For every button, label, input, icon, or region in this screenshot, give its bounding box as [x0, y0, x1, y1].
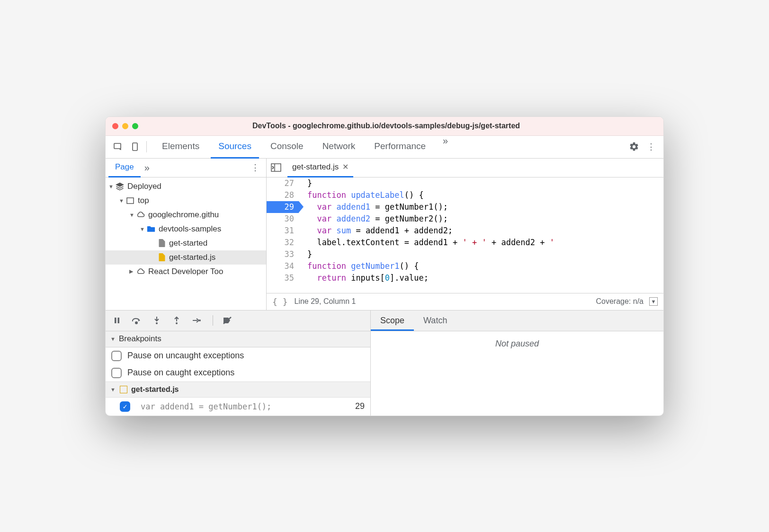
editor-tab-file[interactable]: get-started.js ✕ — [287, 158, 353, 177]
toolbar-separator — [213, 315, 213, 326]
code-line[interactable]: function updateLabel() { — [307, 189, 663, 201]
debugger-toolbar — [106, 310, 370, 331]
code-line[interactable]: } — [307, 177, 663, 189]
checkbox-unchecked[interactable] — [111, 368, 122, 378]
main-tabs: Elements Sources Console Network Perform… — [154, 135, 626, 159]
expand-arrow-icon — [108, 184, 115, 189]
navigator-more-tabs-icon[interactable]: » — [141, 162, 153, 173]
scope-tab[interactable]: Scope — [371, 310, 414, 331]
expand-arrow-icon — [119, 198, 125, 204]
main-area: Page » ⋮ Deployed top googlec — [106, 159, 663, 310]
tree-file-js[interactable]: get-started.js — [106, 250, 266, 265]
line-number[interactable]: 27 — [267, 177, 299, 189]
code-line[interactable]: var sum = addend1 + addend2; — [307, 225, 663, 237]
tree-react-devtools[interactable]: React Developer Too — [106, 265, 266, 279]
coverage-menu-icon[interactable]: ▼ — [649, 297, 658, 306]
coverage-label: Coverage: n/a — [596, 297, 644, 306]
code-line[interactable]: var addend1 = getNumber1(); — [307, 201, 663, 213]
tree-deployed[interactable]: Deployed — [106, 179, 266, 194]
pause-caught-label: Pause on caught exceptions — [127, 368, 234, 378]
breakpoint-code: var addend1 = getNumber1(); — [141, 402, 271, 411]
expand-arrow-icon — [140, 226, 146, 232]
settings-icon[interactable] — [626, 138, 643, 155]
navigator-tabs: Page » ⋮ — [106, 159, 266, 177]
line-gutter[interactable]: 272829303132333435 — [267, 177, 299, 293]
breakpoint-line-number: 29 — [355, 401, 365, 411]
folder-icon — [146, 224, 156, 234]
tab-network[interactable]: Network — [315, 135, 363, 159]
minimize-window-button[interactable] — [122, 123, 128, 129]
pause-uncaught-row[interactable]: Pause on uncaught exceptions — [106, 347, 370, 364]
kebab-menu-icon[interactable]: ⋮ — [643, 138, 660, 155]
tree-file-js-label: get-started.js — [169, 253, 215, 262]
deactivate-breakpoints-icon[interactable] — [222, 315, 233, 326]
editor-tab-filename: get-started.js — [292, 162, 339, 172]
pause-icon[interactable] — [111, 315, 123, 326]
breakpoint-entry[interactable]: ✓ var addend1 = getNumber1(); 29 — [106, 398, 370, 416]
zoom-window-button[interactable] — [132, 123, 138, 129]
expand-arrow-icon — [110, 387, 117, 392]
code-line[interactable]: var addend2 = getNumber2(); — [307, 213, 663, 225]
tree-folder[interactable]: devtools-samples — [106, 222, 266, 236]
main-toolbar: Elements Sources Console Network Perform… — [106, 136, 663, 159]
breakpoint-file-icon — [120, 386, 127, 393]
step-into-icon[interactable] — [151, 315, 162, 326]
breakpoints-header[interactable]: Breakpoints — [106, 331, 370, 347]
svg-rect-0 — [114, 143, 121, 149]
close-tab-icon[interactable]: ✕ — [342, 162, 349, 171]
step-out-icon[interactable] — [171, 315, 182, 326]
line-number[interactable]: 32 — [267, 237, 299, 248]
code-line[interactable]: return inputs[0].value; — [307, 272, 663, 284]
line-number[interactable]: 33 — [267, 248, 299, 260]
tab-sources[interactable]: Sources — [211, 135, 259, 159]
pretty-print-icon[interactable]: { } — [272, 297, 288, 307]
close-window-button[interactable] — [112, 123, 118, 129]
titlebar: DevTools - googlechrome.github.io/devtoo… — [106, 117, 663, 136]
step-icon[interactable] — [191, 315, 202, 326]
tree-react-label: React Developer Too — [148, 267, 223, 276]
tree-top-label: top — [138, 196, 149, 205]
code-line[interactable]: function getNumber1() { — [307, 260, 663, 272]
tree-origin[interactable]: googlechrome.githu — [106, 208, 266, 222]
tab-console[interactable]: Console — [263, 135, 311, 159]
navigator-tab-page[interactable]: Page — [108, 158, 141, 177]
tab-elements[interactable]: Elements — [154, 135, 207, 159]
tree-origin-label: googlechrome.githu — [148, 210, 219, 220]
svg-rect-6 — [118, 318, 120, 323]
line-number[interactable]: 34 — [267, 260, 299, 272]
line-number[interactable]: 28 — [267, 189, 299, 201]
pause-caught-row[interactable]: Pause on caught exceptions — [106, 364, 370, 381]
checkbox-checked[interactable]: ✓ — [120, 401, 130, 412]
svg-point-10 — [199, 319, 201, 321]
svg-point-9 — [176, 322, 178, 324]
inspect-element-icon[interactable] — [109, 138, 126, 155]
code-content[interactable]: }function updateLabel() { var addend1 = … — [299, 177, 663, 293]
tab-performance[interactable]: Performance — [367, 135, 433, 159]
code-area[interactable]: 272829303132333435 }function updateLabel… — [267, 177, 663, 293]
line-number[interactable]: 35 — [267, 272, 299, 284]
svg-rect-1 — [133, 143, 137, 151]
svg-rect-2 — [127, 198, 134, 204]
navigator-toggle-icon[interactable] — [269, 161, 283, 174]
step-over-icon[interactable] — [131, 315, 143, 326]
line-number[interactable]: 31 — [267, 225, 299, 237]
line-number[interactable]: 29 — [267, 201, 299, 213]
editor-pane: get-started.js ✕ 272829303132333435 }fun… — [267, 159, 663, 310]
code-line[interactable]: } — [307, 248, 663, 260]
tree-file-html[interactable]: get-started — [106, 236, 266, 250]
breakpoint-file-header[interactable]: get-started.js — [106, 381, 370, 398]
watch-tab[interactable]: Watch — [414, 310, 456, 331]
more-tabs-icon[interactable]: » — [437, 135, 454, 159]
checkbox-unchecked[interactable] — [111, 351, 122, 361]
tree-file-html-label: get-started — [169, 239, 207, 248]
debugger-left-pane: Breakpoints Pause on uncaught exceptions… — [106, 310, 371, 416]
svg-point-8 — [156, 322, 158, 324]
line-number[interactable]: 30 — [267, 213, 299, 225]
navigator-menu-icon[interactable]: ⋮ — [247, 162, 263, 173]
scope-tabs: Scope Watch — [371, 310, 663, 331]
device-toolbar-icon[interactable] — [126, 138, 143, 155]
code-line[interactable]: label.textContent = addend1 + ' + ' + ad… — [307, 237, 663, 248]
tree-top[interactable]: top — [106, 194, 266, 208]
expand-arrow-icon — [110, 336, 117, 342]
traffic-lights — [112, 123, 138, 129]
